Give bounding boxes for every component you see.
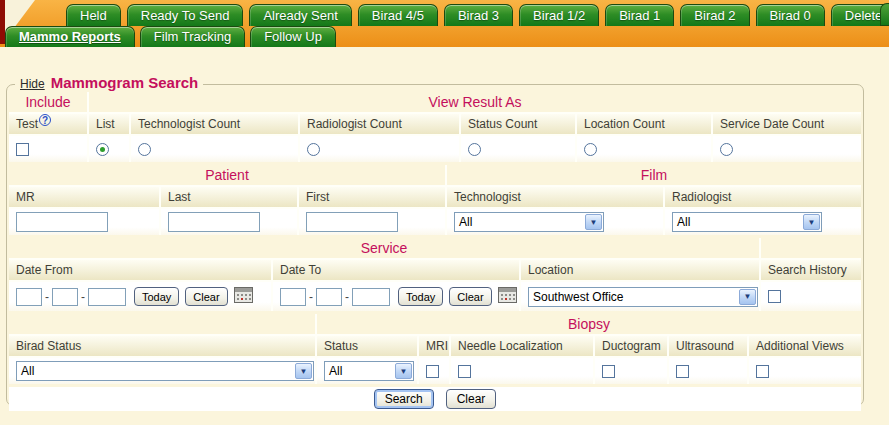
date-to-year-input[interactable] xyxy=(352,288,390,306)
chevron-down-icon: ▼ xyxy=(395,363,412,379)
ultrasound-label: Ultrasound xyxy=(669,336,747,356)
date-from-year-input[interactable] xyxy=(88,288,126,306)
location-select[interactable]: Southwest Office ▼ xyxy=(528,287,758,307)
view-result-header: View Result As xyxy=(89,92,861,112)
service-header: Service xyxy=(9,238,759,258)
date-to-day-input[interactable] xyxy=(316,288,342,306)
list-radio[interactable] xyxy=(96,143,109,156)
additional-views-checkbox[interactable] xyxy=(756,365,769,378)
service-date-count-label: Service Date Count xyxy=(713,114,861,134)
patient-header: Patient xyxy=(9,165,445,185)
radiologist-count-label: Radiologist Count xyxy=(300,114,459,134)
date-to-label: Date To xyxy=(273,260,519,280)
section-patient-film: Patient Film MR Last First Technologist … xyxy=(9,165,861,235)
biopsy-header-spacer xyxy=(9,314,315,334)
calendar-icon[interactable] xyxy=(234,287,253,306)
ductogram-checkbox[interactable] xyxy=(602,365,615,378)
form-actions: Search Clear xyxy=(9,387,861,411)
service-date-count-radio[interactable] xyxy=(720,143,733,156)
date-separator: - xyxy=(81,290,85,304)
technologist-count-label: Technologist Count xyxy=(131,114,298,134)
status-select[interactable]: All ▼ xyxy=(324,361,414,381)
tab-birad-1-2[interactable]: Birad 1/2 xyxy=(519,4,599,26)
calendar-icon[interactable] xyxy=(498,287,517,306)
page-title: Mammogram Search xyxy=(51,74,199,91)
ultrasound-checkbox[interactable] xyxy=(676,365,689,378)
clipped-tab-edge xyxy=(880,3,889,26)
tab-birad-4-5[interactable]: Birad 4/5 xyxy=(358,4,438,26)
tab-follow-up[interactable]: Follow Up xyxy=(250,26,336,47)
radiologist-select[interactable]: All ▼ xyxy=(672,212,822,232)
date-from-label: Date From xyxy=(9,260,271,280)
mammogram-search-panel: Hide Mammogram Search Include View Resul… xyxy=(6,84,864,406)
tab-already-sent[interactable]: Already Sent xyxy=(249,4,351,26)
tab-ready-to-send[interactable]: Ready To Send xyxy=(127,4,244,26)
search-history-label: Search History xyxy=(761,260,861,280)
search-history-checkbox[interactable] xyxy=(768,290,781,303)
date-to-today-button[interactable]: Today xyxy=(398,287,443,306)
tab-birad-3[interactable]: Birad 3 xyxy=(444,4,513,26)
needle-localization-checkbox[interactable] xyxy=(458,365,471,378)
ductogram-label: Ductogram xyxy=(595,336,667,356)
mr-label: MR xyxy=(9,187,159,207)
tab-birad-0[interactable]: Birad 0 xyxy=(756,4,825,26)
technologist-select[interactable]: All ▼ xyxy=(454,212,604,232)
last-label: Last xyxy=(161,187,297,207)
biopsy-header: Biopsy xyxy=(317,314,861,334)
date-separator: - xyxy=(45,290,49,304)
first-label: First xyxy=(299,187,445,207)
radiologist-label: Radiologist xyxy=(665,187,861,207)
help-icon[interactable]: ? xyxy=(39,114,51,126)
service-header-spacer xyxy=(761,238,861,258)
chevron-down-icon: ▼ xyxy=(803,214,820,230)
first-input[interactable] xyxy=(306,212,398,232)
sub-tab-row: Mammo Reports Film Tracking Follow Up xyxy=(5,26,336,47)
chevron-down-icon: ▼ xyxy=(585,214,602,230)
date-from-day-input[interactable] xyxy=(52,288,78,306)
hide-link[interactable]: Hide xyxy=(20,77,45,91)
tab-held[interactable]: Held xyxy=(66,4,121,26)
last-input[interactable] xyxy=(168,212,260,232)
birad-status-label: Birad Status xyxy=(9,336,315,356)
tab-birad-2[interactable]: Birad 2 xyxy=(680,4,749,26)
status-label: Status xyxy=(317,336,417,356)
status-select-value: All xyxy=(329,364,342,378)
birad-status-select[interactable]: All ▼ xyxy=(16,361,314,381)
radiologist-select-value: All xyxy=(677,215,690,229)
birad-status-select-value: All xyxy=(21,364,34,378)
tab-film-tracking[interactable]: Film Tracking xyxy=(140,26,245,47)
test-checkbox[interactable] xyxy=(16,143,29,156)
status-count-label: Status Count xyxy=(461,114,575,134)
tab-mammo-reports[interactable]: Mammo Reports xyxy=(5,26,135,47)
date-from-month-input[interactable] xyxy=(16,288,42,306)
test-label: Test? xyxy=(9,114,87,134)
technologist-count-radio[interactable] xyxy=(138,143,151,156)
clear-button[interactable]: Clear xyxy=(446,389,497,409)
date-from-today-button[interactable]: Today xyxy=(134,287,179,306)
test-label-text: Test xyxy=(16,117,38,131)
chevron-down-icon: ▼ xyxy=(739,289,756,305)
radiologist-count-radio[interactable] xyxy=(307,143,320,156)
date-from-clear-button[interactable]: Clear xyxy=(185,287,227,306)
search-button[interactable]: Search xyxy=(374,389,434,409)
panel-legend: Hide Mammogram Search xyxy=(15,74,203,91)
mri-checkbox[interactable] xyxy=(426,365,439,378)
technologist-label: Technologist xyxy=(447,187,663,207)
top-tab-row: Held Ready To Send Already Sent Birad 4/… xyxy=(66,4,889,26)
date-to-month-input[interactable] xyxy=(280,288,306,306)
list-label: List xyxy=(89,114,129,134)
location-select-value: Southwest Office xyxy=(533,290,624,304)
section-view-result: Include View Result As Test? List Techno… xyxy=(9,92,861,162)
film-header: Film xyxy=(447,165,861,185)
mr-input[interactable] xyxy=(16,212,108,232)
mri-label: MRI xyxy=(419,336,449,356)
status-count-radio[interactable] xyxy=(468,143,481,156)
location-count-radio[interactable] xyxy=(584,143,597,156)
tab-birad-1[interactable]: Birad 1 xyxy=(605,4,674,26)
include-header: Include xyxy=(9,92,87,112)
additional-views-label: Additional Views xyxy=(749,336,861,356)
section-service: Service Date From Date To Location Searc… xyxy=(9,238,861,311)
location-label: Location xyxy=(521,260,759,280)
date-separator: - xyxy=(345,290,349,304)
date-to-clear-button[interactable]: Clear xyxy=(449,287,491,306)
